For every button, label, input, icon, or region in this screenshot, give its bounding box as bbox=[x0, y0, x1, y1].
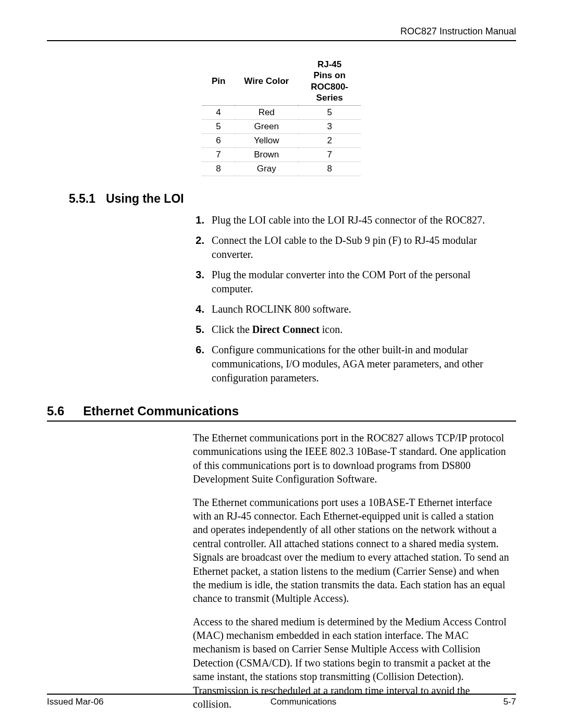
list-item: 5. Click the Direct Connect icon. bbox=[193, 323, 511, 337]
pin-table: Pin Wire Color RJ-45 Pins on ROC800-Seri… bbox=[202, 57, 361, 176]
page-footer: Issued Mar-06 Communications 5-7 bbox=[47, 694, 516, 707]
footer-left: Issued Mar-06 bbox=[47, 697, 104, 707]
table-row: 7 Brown 7 bbox=[202, 148, 361, 162]
table-row: 8 Gray 8 bbox=[202, 162, 361, 176]
footer-center: Communications bbox=[271, 697, 337, 707]
list-item: 2. Connect the LOI cable to the D-Sub 9 … bbox=[193, 233, 511, 262]
th-pin: Pin bbox=[202, 57, 235, 106]
list-item: 4. Launch ROCLINK 800 software. bbox=[193, 302, 511, 316]
th-rj45: RJ-45 Pins on ROC800-Series bbox=[298, 57, 361, 106]
list-item: 3. Plug the modular converter into the C… bbox=[193, 268, 511, 296]
table-row: 6 Yellow 2 bbox=[202, 134, 361, 148]
section-title: Using the LOI bbox=[106, 192, 184, 206]
header-title: ROC827 Instruction Manual bbox=[400, 26, 516, 36]
page-header: ROC827 Instruction Manual bbox=[47, 26, 516, 41]
section-number: 5.6 bbox=[47, 404, 64, 418]
section-number: 5.5.1 bbox=[69, 192, 95, 206]
table-row: 5 Green 3 bbox=[202, 120, 361, 134]
body-paragraph: The Ethernet communications port in the … bbox=[193, 431, 511, 486]
th-wire: Wire Color bbox=[235, 57, 298, 106]
section-5-6-heading: 5.6 Ethernet Communications bbox=[47, 404, 516, 422]
section-5-5-1-heading: 5.5.1 Using the LOI bbox=[69, 192, 516, 206]
list-item: 6. Configure communications for the othe… bbox=[193, 343, 511, 385]
steps-list: 1. Plug the LOI cable into the LOI RJ-45… bbox=[193, 213, 511, 385]
list-item: 1. Plug the LOI cable into the LOI RJ-45… bbox=[193, 213, 511, 227]
body-paragraph: The Ethernet communications port uses a … bbox=[193, 496, 511, 606]
section-title: Ethernet Communications bbox=[83, 404, 239, 418]
footer-right: 5-7 bbox=[503, 697, 516, 707]
table-row: 4 Red 5 bbox=[202, 106, 361, 120]
